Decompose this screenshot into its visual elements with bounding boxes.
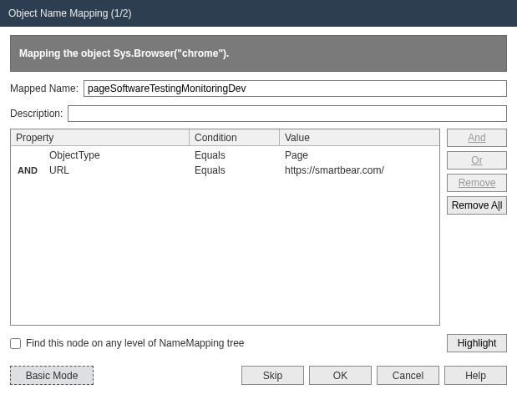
bottom-bar: Basic Mode Skip OK Cancel Help xyxy=(10,366,507,385)
description-label: Description: xyxy=(10,108,63,119)
find-node-row: Find this node on any level of NameMappi… xyxy=(10,334,507,352)
mapped-name-input[interactable] xyxy=(84,80,507,97)
skip-u: S xyxy=(263,370,270,382)
basic-mode-post: sic Mode xyxy=(38,370,78,382)
banner-text: Mapping the object Sys.Browser("chrome")… xyxy=(19,48,229,59)
remove-button: Remove xyxy=(447,174,507,192)
side-buttons: And Or Remove Remove All xyxy=(447,129,507,326)
row-value: https://smartbear.com/ xyxy=(280,164,439,176)
mapped-name-label: Mapped Name: xyxy=(10,83,79,94)
window-title: Object Name Mapping (1/2) xyxy=(8,8,131,19)
or-label: Or xyxy=(471,154,482,166)
criteria-grid: Property Condition Value ObjectType Equa… xyxy=(10,129,440,326)
grid-body: ObjectType Equals Page AND URL Equals ht… xyxy=(11,146,439,325)
table-row[interactable]: ObjectType Equals Page xyxy=(11,148,439,163)
ok-label: OK xyxy=(333,370,347,382)
cancel-label: Cancel xyxy=(393,370,423,382)
find-node-checkbox[interactable] xyxy=(10,338,21,349)
header-value[interactable]: Value xyxy=(280,129,439,145)
remove-all-pre: Remove A xyxy=(452,200,498,211)
skip-post: kip xyxy=(270,370,282,382)
mapped-name-row: Mapped Name: xyxy=(10,80,507,97)
table-row[interactable]: AND URL Equals https://smartbear.com/ xyxy=(11,163,439,178)
dialog-content: Mapping the object Sys.Browser("chrome")… xyxy=(0,27,517,393)
row-property: URL xyxy=(44,164,190,176)
help-u: H xyxy=(465,370,473,382)
and-button: And xyxy=(447,129,507,147)
header-condition[interactable]: Condition xyxy=(190,129,280,145)
and-label: And xyxy=(468,132,485,144)
cancel-button[interactable]: Cancel xyxy=(377,366,439,385)
row-condition: Equals xyxy=(190,149,280,161)
title-bar: Object Name Mapping (1/2) xyxy=(0,0,517,27)
row-operator: AND xyxy=(11,165,44,175)
criteria-area: Property Condition Value ObjectType Equa… xyxy=(10,129,507,326)
highlight-button[interactable]: Highlight xyxy=(447,334,507,352)
remove-label: Remove xyxy=(459,177,496,189)
row-value: Page xyxy=(280,149,439,161)
header-property[interactable]: Property xyxy=(11,129,190,145)
remove-all-button[interactable]: Remove All xyxy=(447,196,507,215)
grid-header: Property Condition Value xyxy=(11,129,439,146)
mapping-banner: Mapping the object Sys.Browser("chrome")… xyxy=(10,35,507,72)
basic-mode-pre: B xyxy=(26,370,33,382)
remove-all-post: l xyxy=(500,200,503,211)
description-input[interactable] xyxy=(68,105,507,122)
description-row: Description: xyxy=(10,105,507,122)
ok-button[interactable]: OK xyxy=(309,366,372,385)
find-node-label[interactable]: Find this node on any level of NameMappi… xyxy=(26,337,442,349)
help-post: elp xyxy=(473,370,486,382)
help-button[interactable]: Help xyxy=(444,366,507,385)
basic-mode-u: a xyxy=(33,370,38,382)
skip-button[interactable]: Skip xyxy=(241,366,304,385)
row-condition: Equals xyxy=(190,164,280,176)
highlight-label: Highlight xyxy=(458,337,497,349)
basic-mode-button[interactable]: Basic Mode xyxy=(10,366,94,385)
row-property: ObjectType xyxy=(44,149,190,161)
or-button: Or xyxy=(447,151,507,170)
